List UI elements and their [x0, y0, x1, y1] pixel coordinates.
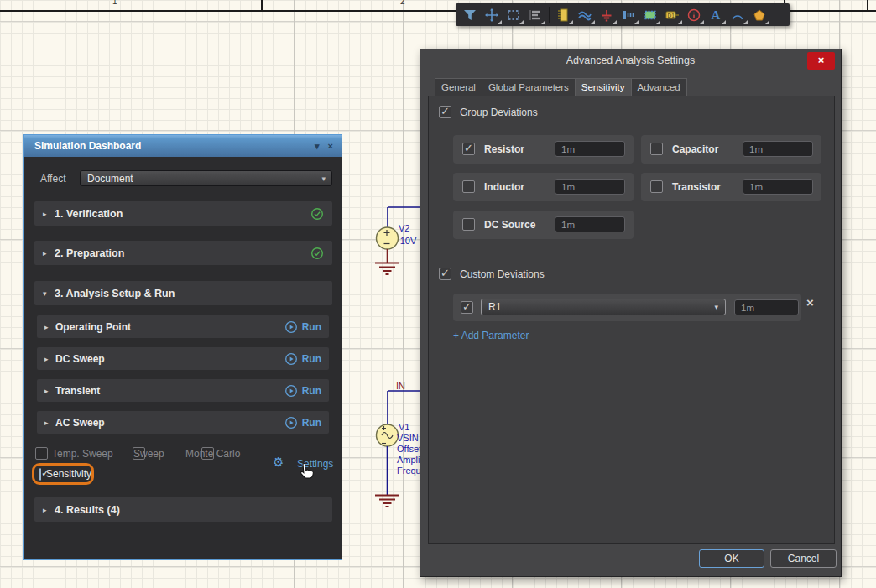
analysis-label: DC Sweep: [55, 353, 105, 365]
v2-designator[interactable]: V2: [399, 223, 409, 233]
sheet-zone-tick: [261, 0, 263, 10]
add-parameter-link[interactable]: + Add Parameter: [453, 330, 529, 341]
v1-model[interactable]: VSIN: [397, 433, 419, 443]
voltage-source-v2[interactable]: [377, 227, 399, 249]
tab-general[interactable]: General: [435, 78, 482, 96]
v1-designator[interactable]: V1: [399, 422, 409, 432]
sensitivity-highlight: Sensitivity: [32, 463, 94, 485]
dashboard-title: Simulation Dashboard: [34, 140, 141, 152]
inductor-checkbox[interactable]: [462, 180, 475, 193]
capacitor-label: Capacitor: [672, 135, 718, 164]
place-text-icon[interactable]: A: [705, 5, 727, 25]
play-circle-icon: [284, 416, 298, 429]
place-arc-icon[interactable]: [727, 5, 748, 25]
run-ac-sweep-button[interactable]: Run: [284, 416, 321, 429]
simulation-dashboard-panel: Simulation Dashboard ▾ × Affect Document…: [23, 134, 342, 560]
dc-source-deviation-input[interactable]: [555, 216, 625, 232]
cancel-button[interactable]: Cancel: [770, 549, 837, 568]
resistor-label: Resistor: [484, 135, 524, 164]
tab-global-parameters[interactable]: Global Parameters: [482, 78, 576, 96]
v1-param-amplitude[interactable]: Ampli: [397, 455, 420, 465]
filter-icon[interactable]: [459, 5, 481, 25]
advanced-analysis-settings-dialog: Advanced Analysis Settings × General Glo…: [420, 49, 842, 577]
panel-close-icon[interactable]: ×: [328, 135, 333, 157]
custom-deviation-input[interactable]: [734, 299, 799, 315]
temp-sweep-checkbox[interactable]: [35, 447, 48, 460]
section-label: 4. Results (4): [55, 504, 120, 516]
dc-source-checkbox[interactable]: [462, 218, 475, 231]
chevron-right-icon: ▸: [44, 355, 55, 363]
transistor-deviation-input[interactable]: [743, 179, 813, 195]
delete-parameter-icon[interactable]: ×: [806, 297, 814, 309]
transistor-label: Transistor: [672, 173, 721, 201]
v1-param-offset[interactable]: Offset: [397, 444, 421, 454]
capacitor-deviation-input[interactable]: [743, 141, 813, 157]
net-label-in[interactable]: IN: [396, 381, 405, 391]
deviation-row-dc-source: DC Source: [453, 211, 634, 239]
place-probe-icon[interactable]: [618, 5, 639, 25]
play-circle-icon: [284, 352, 298, 366]
run-transient-button[interactable]: Run: [284, 384, 321, 398]
gear-icon[interactable]: ⚙: [273, 455, 284, 470]
section-label: 3. Analysis Setup & Run: [55, 288, 175, 299]
dialog-close-button[interactable]: ×: [807, 52, 835, 70]
svg-text:D1: D1: [668, 12, 675, 18]
ok-button[interactable]: OK: [699, 549, 764, 568]
deviation-row-transistor: Transistor: [641, 173, 821, 201]
gnd-symbol-v2[interactable]: [375, 263, 399, 275]
resistor-deviation-input[interactable]: [555, 141, 625, 157]
sensitivity-tab-panel: Group Deviations Resistor Capacitor Indu…: [428, 96, 835, 544]
place-no-erc-icon[interactable]: [683, 5, 705, 25]
transistor-checkbox[interactable]: [650, 180, 663, 193]
place-gnd-icon[interactable]: [596, 5, 618, 25]
custom-deviations-checkbox[interactable]: [439, 268, 451, 280]
play-circle-icon: [284, 384, 298, 398]
analysis-ac-sweep[interactable]: ▸ AC Sweep Run: [37, 411, 329, 434]
custom-deviation-row: R1 ▾: [453, 294, 801, 321]
place-wire-icon[interactable]: [574, 5, 596, 25]
tab-advanced[interactable]: Advanced: [631, 78, 687, 96]
plus-mark: [384, 230, 390, 236]
sensitivity-checkbox[interactable]: [39, 468, 41, 481]
analysis-operating-point[interactable]: ▸ Operating Point Run: [37, 315, 329, 338]
analysis-dc-sweep[interactable]: ▸ DC Sweep Run: [37, 347, 329, 370]
run-dc-sweep-button[interactable]: Run: [284, 352, 321, 366]
custom-row-checkbox[interactable]: [461, 301, 473, 314]
place-blanket-icon[interactable]: [639, 5, 661, 25]
section-label: 2. Preparation: [55, 247, 124, 259]
affect-dropdown-value: Document: [87, 173, 133, 185]
gnd-symbol-v1[interactable]: [375, 496, 399, 507]
dc-source-label: DC Source: [484, 211, 535, 239]
place-polygon-icon[interactable]: [748, 5, 770, 25]
inductor-label: Inductor: [484, 173, 524, 201]
v2-value[interactable]: -10V: [397, 236, 416, 246]
group-deviations-checkbox[interactable]: [439, 106, 451, 118]
voltage-source-v1[interactable]: [377, 424, 399, 446]
panel-menu-icon[interactable]: ▾: [315, 135, 320, 157]
capacitor-checkbox[interactable]: [650, 143, 663, 155]
align-icon[interactable]: [524, 5, 546, 25]
place-directive-icon[interactable]: D1: [661, 5, 683, 25]
section-preparation[interactable]: ▸ 2. Preparation: [34, 241, 332, 265]
analysis-transient[interactable]: ▸ Transient Run: [37, 379, 329, 402]
run-operating-point-button[interactable]: Run: [284, 320, 321, 334]
section-verification[interactable]: ▸ 1. Verification: [34, 201, 332, 226]
sheet-zone-tick: [867, 0, 868, 10]
custom-deviations-label: Custom Deviations: [460, 268, 545, 280]
v1-param-frequency[interactable]: Frequ: [397, 466, 421, 476]
chevron-right-icon: ▸: [44, 387, 55, 395]
affect-dropdown[interactable]: Document ▾: [80, 170, 332, 186]
tab-sensitivity[interactable]: Sensitivity: [575, 78, 632, 96]
section-analysis-setup[interactable]: ▾ 3. Analysis Setup & Run: [34, 281, 332, 305]
section-results[interactable]: ▸ 4. Results (4): [34, 497, 332, 522]
move-cross-icon[interactable]: [481, 5, 503, 25]
inductor-deviation-input[interactable]: [555, 179, 625, 195]
select-area-icon[interactable]: [503, 5, 524, 25]
status-ok-icon: [310, 207, 324, 221]
resistor-checkbox[interactable]: [462, 143, 475, 155]
plus-mark: [382, 426, 386, 430]
place-part-icon[interactable]: [552, 5, 574, 25]
sensitivity-label: Sensitivity: [46, 468, 91, 480]
parameter-dropdown[interactable]: R1 ▾: [481, 299, 726, 315]
dashboard-title-bar[interactable]: Simulation Dashboard ▾ ×: [24, 135, 342, 157]
